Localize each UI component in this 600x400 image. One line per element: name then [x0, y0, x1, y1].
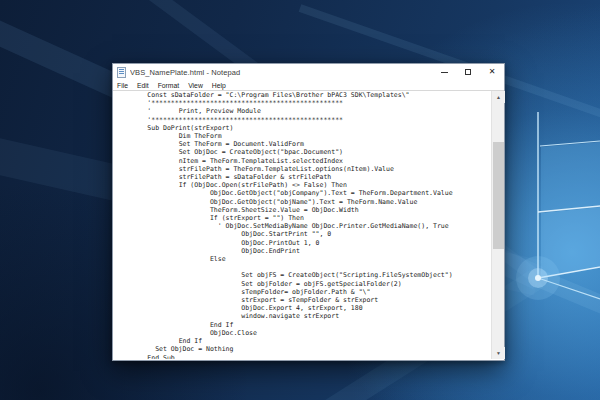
scroll-up-icon[interactable]: ▲: [492, 91, 505, 103]
close-button[interactable]: ✕: [480, 64, 504, 80]
menu-help[interactable]: Help: [212, 82, 226, 89]
vertical-scrollbar[interactable]: ▲ ▼: [491, 91, 504, 359]
maximize-button[interactable]: [456, 64, 480, 80]
scrollbar-thumb[interactable]: [493, 142, 504, 249]
titlebar[interactable]: VBS_NamePlate.html - Notepad ✕: [113, 64, 504, 80]
menu-format[interactable]: Format: [158, 82, 180, 89]
notepad-icon: [117, 67, 126, 78]
code-text[interactable]: Const sDataFolder = "C:\Program Files\Br…: [116, 91, 490, 359]
window-controls: ✕: [432, 64, 504, 80]
minimize-button[interactable]: [432, 64, 456, 80]
maximize-icon: [465, 69, 471, 75]
close-icon: ✕: [489, 68, 496, 76]
menu-edit[interactable]: Edit: [137, 82, 149, 89]
minimize-icon: [441, 72, 448, 73]
edit-area: Const sDataFolder = "C:\Program Files\Br…: [113, 90, 504, 359]
menu-file[interactable]: File: [117, 82, 128, 89]
scroll-down-icon[interactable]: ▼: [492, 347, 505, 359]
menubar: File Edit Format View Help: [113, 80, 504, 90]
windows-logo: [516, 112, 600, 300]
window-title: VBS_NamePlate.html - Notepad: [130, 68, 432, 77]
menu-view[interactable]: View: [188, 82, 203, 89]
desktop: { "window": { "title": "VBS_NamePlate.ht…: [0, 0, 600, 400]
notepad-window: VBS_NamePlate.html - Notepad ✕ File Edit…: [112, 63, 505, 361]
